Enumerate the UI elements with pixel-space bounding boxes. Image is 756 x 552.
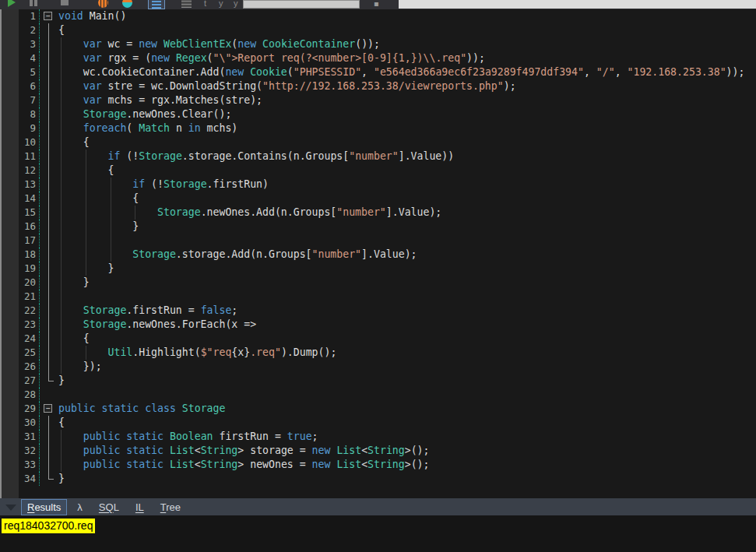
- code-line[interactable]: 22 Storage.firstRun = false;: [0, 304, 756, 318]
- fold-margin: −: [39, 402, 58, 416]
- pause-icon[interactable]: [30, 0, 37, 6]
- code-line[interactable]: 1−void Main(): [0, 9, 756, 23]
- line-number: 14: [0, 192, 39, 206]
- line-number: 29: [0, 402, 39, 416]
- code-line[interactable]: 14 {: [0, 192, 756, 206]
- code-line[interactable]: 23 Storage.newOnes.ForEach(x =>: [0, 318, 756, 332]
- fold-margin: [39, 276, 58, 290]
- code-line[interactable]: 6 var stre = wc.DownloadString("http://1…: [0, 79, 756, 93]
- fold-margin: [39, 149, 58, 163]
- text-format-icon-3[interactable]: y: [234, 0, 238, 9]
- code-line[interactable]: 10 {: [0, 135, 756, 149]
- code-line[interactable]: 11 if (!Storage.storage.Contains(n.Group…: [0, 149, 756, 163]
- fold-line: [48, 192, 49, 206]
- code-line[interactable]: 30{: [0, 416, 756, 430]
- tab-sql[interactable]: SQL: [93, 499, 125, 515]
- dropdown-caret-icon[interactable]: ▪: [374, 0, 379, 9]
- code-line[interactable]: 24 {: [0, 332, 756, 346]
- code-line[interactable]: 27}: [0, 374, 756, 388]
- fold-toggle-icon[interactable]: −: [44, 404, 52, 413]
- code-line[interactable]: 4 var rgx = (new Regex("\">Report req(?<…: [0, 51, 756, 65]
- data-grid-results-icon[interactable]: [181, 0, 192, 8]
- line-number: 6: [0, 79, 39, 93]
- code-line[interactable]: 7 var mchs = rgx.Matches(stre);: [0, 93, 756, 107]
- connection-combobox[interactable]: [399, 0, 756, 9]
- fold-margin: [39, 93, 58, 107]
- tab-il[interactable]: IL: [129, 499, 150, 515]
- code-line[interactable]: 26 });: [0, 360, 756, 374]
- code-line[interactable]: 29−public static class Storage: [0, 402, 756, 416]
- code-line[interactable]: 31 public static Boolean firstRun = true…: [0, 430, 756, 444]
- fold-line: [48, 178, 49, 192]
- line-number: 7: [0, 93, 39, 107]
- code-line[interactable]: 34}: [0, 472, 756, 486]
- code-line[interactable]: 25 Util.Highlight($"req{x}.req").Dump();: [0, 346, 756, 360]
- run-icon[interactable]: [8, 0, 16, 7]
- code-line[interactable]: 12 {: [0, 163, 756, 178]
- fold-margin: [39, 472, 58, 486]
- code-text: var wc = new WebClientEx(new CookieConta…: [58, 37, 756, 51]
- text-format-icon-2[interactable]: y: [219, 0, 223, 9]
- fold-line: [48, 220, 49, 234]
- code-text: if (!Storage.firstRun): [58, 178, 756, 192]
- line-number: 21: [0, 290, 39, 304]
- code-text: var stre = wc.DownloadString("http://192…: [58, 79, 756, 93]
- code-line[interactable]: 5 wc.CookieContainer.Add(new Cookie("PHP…: [0, 65, 756, 79]
- result-item: req184032700.req: [2, 519, 95, 533]
- tab-tree[interactable]: Tree: [154, 499, 187, 515]
- collapse-results-icon[interactable]: [5, 505, 16, 511]
- results-tab-bar: ResultsλSQLILTree: [0, 498, 756, 515]
- code-line[interactable]: 9 foreach( Match n in mchs): [0, 121, 756, 135]
- line-number: 3: [0, 37, 39, 51]
- fold-margin: [39, 79, 58, 93]
- fold-margin: [39, 290, 58, 304]
- debug-attach-bug-icon[interactable]: [122, 0, 132, 8]
- fold-line: [48, 430, 49, 444]
- fold-line: [48, 135, 49, 149]
- code-line[interactable]: 32 public static List<String> storage = …: [0, 444, 756, 458]
- code-line[interactable]: 2{: [0, 23, 756, 37]
- code-line[interactable]: 3 var wc = new WebClientEx(new CookieCon…: [0, 37, 756, 51]
- stop-icon[interactable]: [61, 0, 69, 5]
- debug-bug-icon[interactable]: [98, 0, 108, 8]
- fold-line: [48, 276, 49, 290]
- code-editor[interactable]: 1−void Main()2{3 var wc = new WebClientE…: [0, 9, 756, 498]
- fold-margin: [39, 416, 58, 430]
- fold-line: [48, 149, 49, 163]
- code-line[interactable]: 13 if (!Storage.firstRun): [0, 178, 756, 192]
- fold-margin: [39, 388, 58, 402]
- code-line[interactable]: 19 }: [0, 262, 756, 276]
- code-text: void Main(): [58, 9, 756, 23]
- fold-margin: [39, 163, 58, 178]
- fold-margin: [39, 304, 58, 318]
- code-line[interactable]: 21: [0, 290, 756, 304]
- fold-toggle-icon[interactable]: −: [44, 12, 52, 20]
- tab-lambda[interactable]: λ: [71, 499, 89, 515]
- code-line[interactable]: 33 public static List<String> newOnes = …: [0, 458, 756, 472]
- text-format-icon-1[interactable]: t: [204, 0, 206, 9]
- fold-line: [48, 23, 49, 37]
- code-text: Storage.storage.Add(n.Groups["number"].V…: [58, 248, 756, 262]
- fold-line: [48, 318, 49, 332]
- line-number: 19: [0, 262, 39, 276]
- rich-text-results-toggle-icon[interactable]: [148, 0, 165, 9]
- line-number: 22: [0, 304, 39, 318]
- line-number: 24: [0, 332, 39, 346]
- tab-results[interactable]: Results: [21, 499, 67, 515]
- language-combobox[interactable]: [243, 0, 360, 9]
- code-line[interactable]: 28: [0, 388, 756, 402]
- code-line[interactable]: 17: [0, 234, 756, 248]
- line-number: 4: [0, 51, 39, 65]
- fold-line: [48, 416, 49, 430]
- code-text: public static List<String> newOnes = new…: [58, 458, 756, 472]
- code-line[interactable]: 18 Storage.storage.Add(n.Groups["number"…: [0, 248, 756, 262]
- code-line[interactable]: 20 }: [0, 276, 756, 290]
- code-line[interactable]: 15 Storage.newOnes.Add(n.Groups["number"…: [0, 206, 756, 220]
- fold-margin: [39, 262, 58, 276]
- line-number: 34: [0, 472, 39, 486]
- code-line[interactable]: 8 Storage.newOnes.Clear();: [0, 107, 756, 121]
- line-number: 10: [0, 135, 39, 149]
- fold-line: [48, 444, 49, 458]
- code-text: }: [58, 220, 756, 234]
- code-line[interactable]: 16 }: [0, 220, 756, 234]
